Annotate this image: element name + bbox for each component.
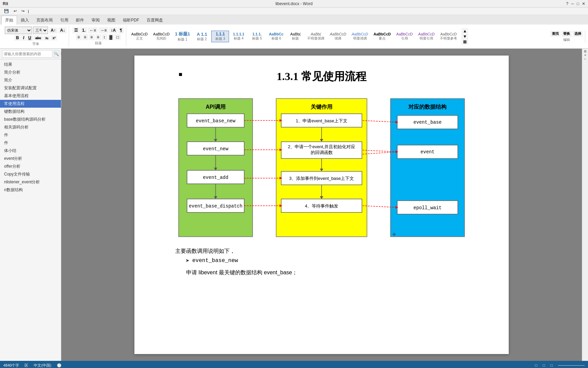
superscript-button[interactable]: x²	[51, 35, 57, 41]
replace-button[interactable]: 替换	[561, 31, 572, 37]
style-emphasis[interactable]: AaBbCcD 强调	[327, 31, 348, 42]
sidebar-item-base-analysis[interactable]: base数据结构源码分析	[0, 116, 61, 123]
justify-button[interactable]: ≡	[95, 34, 101, 40]
ribbon-tabs: 开始 插入 页面布局 引用 邮件 审阅 视图 福昕PDF 百度网盘	[0, 15, 588, 25]
paragraph-group-label: 段落	[95, 41, 102, 46]
sidebar-item-summary[interactable]: 体小结	[0, 147, 61, 155]
sidebar-header: 🔍 ×	[0, 49, 61, 59]
style-quote[interactable]: AaBbCcD 引用	[394, 31, 415, 42]
style-heading6[interactable]: AaBbCc 标题 6	[266, 31, 286, 42]
select-button[interactable]: 选择	[573, 31, 583, 37]
sort-button[interactable]: ↕A	[109, 27, 117, 33]
align-left-button[interactable]: ≡	[76, 34, 82, 40]
font-group: 仿宋体 三号 A↑ A↓ B I U abc x₂ x² 字体	[3, 26, 69, 47]
tab-review[interactable]: 审阅	[88, 16, 103, 25]
sidebar-item-copy-transfer[interactable]: Copy文件传输	[0, 170, 61, 178]
tab-baidu[interactable]: 百度网盘	[143, 16, 167, 25]
sidebar-search-input[interactable]	[2, 50, 52, 58]
font-size-select[interactable]: 三号	[33, 27, 48, 34]
strikethrough-button[interactable]: abc	[34, 35, 43, 41]
sidebar-item-item2[interactable]: 件	[0, 139, 61, 147]
minimize-button[interactable]: ─	[571, 1, 574, 6]
shading-button[interactable]: ▓	[108, 34, 114, 40]
sidebar-search-button[interactable]: 🔍	[54, 50, 59, 58]
sidebar-item-key-data[interactable]: 键数据结构	[0, 108, 61, 116]
redo-button[interactable]: ↪	[20, 9, 26, 14]
italic-button[interactable]: I	[21, 35, 26, 41]
sidebar-item-common-flow[interactable]: 常使用流程	[0, 100, 61, 108]
app-title-left: Rit	[3, 1, 8, 6]
styles-section: AaBbCcD 正文 AaBbCcD 无间距 1 标题1 标题 1 A 1.1 …	[128, 28, 547, 45]
sidebar-item-event-analysis[interactable]: event分析	[0, 155, 61, 163]
styles-scroll-down[interactable]: ▼	[461, 34, 468, 39]
view-normal-button[interactable]: □	[535, 363, 537, 367]
help-button[interactable]: ?	[566, 1, 569, 6]
svg-text:的回调函数: 的回调函数	[311, 150, 333, 155]
style-no-spacing[interactable]: AaBbCcD 无间距	[151, 31, 172, 42]
subscript-button[interactable]: x₂	[44, 35, 50, 41]
tab-pdf[interactable]: 福昕PDF	[119, 16, 143, 25]
shrink-font-button[interactable]: A↓	[59, 27, 67, 33]
style-heading2[interactable]: A 1.1 标题 2	[193, 31, 211, 43]
tab-view[interactable]: 视图	[103, 16, 119, 25]
style-subtle-emphasis[interactable]: AaBb( 不明显强调	[305, 31, 327, 42]
decrease-indent-button[interactable]: ←≡	[88, 27, 98, 33]
style-normal[interactable]: AaBbCcD 正文	[129, 31, 150, 42]
style-title[interactable]: AaBb( 标题	[287, 31, 304, 42]
tab-page-layout[interactable]: 页面布局	[33, 16, 56, 25]
right-panel-btn3[interactable]: ○	[584, 57, 587, 61]
view-web-button[interactable]: □	[543, 363, 545, 367]
style-heading1[interactable]: 1 标题1 标题 1	[173, 30, 192, 43]
sidebar-item-install[interactable]: 安装配置调试配置	[0, 84, 61, 92]
right-panel-btn2[interactable]: ≡	[584, 54, 587, 56]
bullets-button[interactable]: ☰	[72, 27, 80, 33]
svg-text:event_base: event_base	[413, 120, 442, 125]
align-center-button[interactable]: ≡	[82, 34, 88, 40]
save-button[interactable]: 💾	[3, 9, 10, 14]
para-main-text: 主要函数调用说明如下，	[175, 248, 468, 255]
style-strong[interactable]: AaBbCcD 要点	[371, 31, 393, 42]
increase-indent-button[interactable]: →≡	[98, 27, 108, 33]
sidebar-item-ndata[interactable]: n数据结构	[0, 186, 61, 194]
quick-access-toolbar: 💾 ↩ ↪ |	[0, 7, 588, 15]
sidebar-item-nlistener[interactable]: nlistener_event分析	[0, 178, 61, 186]
sidebar-item-results[interactable]: 结果	[0, 61, 61, 68]
style-intense-emphasis[interactable]: AaBbCcD 明显强调	[349, 31, 371, 42]
font-name-select[interactable]: 仿宋体	[5, 27, 32, 34]
close-button[interactable]: ✕	[582, 1, 585, 6]
numbering-button[interactable]: 1.	[80, 27, 87, 33]
tab-mail[interactable]: 邮件	[72, 16, 88, 25]
tab-home[interactable]: 开始	[1, 16, 17, 25]
sidebar-item-offer-analysis[interactable]: offer分析	[0, 163, 61, 170]
style-subtle-reference[interactable]: AaBbCcD 不明显参考	[438, 31, 459, 42]
styles-scroll-up[interactable]: ▲	[461, 28, 468, 34]
svg-text:4、等待事件触发: 4、等待事件触发	[305, 203, 338, 209]
undo-button[interactable]: ↩	[12, 9, 18, 14]
sidebar-item-basic-flow[interactable]: 基本使用流程	[0, 92, 61, 100]
document-heading: 1.3.1 常见使用流程	[175, 69, 468, 84]
right-panel-btn1[interactable]: ⊞	[584, 50, 587, 53]
sidebar-item-intro-analysis[interactable]: 简介分析	[0, 68, 61, 76]
align-right-button[interactable]: ≡	[89, 34, 95, 40]
line-spacing-button[interactable]: ↕	[102, 34, 107, 40]
borders-button[interactable]: □	[115, 34, 120, 40]
tab-references[interactable]: 引用	[56, 16, 72, 25]
grow-font-button[interactable]: A↑	[49, 27, 58, 33]
style-heading5[interactable]: 1.1.1. 标题 5	[248, 31, 266, 42]
document-page: ■ 1.3.1 常见使用流程 API调用 关键作用 对应的数据结构	[134, 56, 509, 354]
sidebar-item-item1[interactable]: 件	[0, 131, 61, 139]
sidebar-item-related-analysis[interactable]: 相关源码分析	[0, 123, 61, 131]
quick-access-separator: |	[28, 9, 29, 13]
style-heading4[interactable]: 1.1.1.1 标题 4	[230, 31, 247, 42]
style-heading3[interactable]: 1.1.1 标题 3	[211, 31, 229, 42]
tab-insert[interactable]: 插入	[17, 16, 33, 25]
paragraph-mark-button[interactable]: ¶	[118, 27, 124, 33]
underline-button[interactable]: U	[27, 35, 33, 41]
find-button[interactable]: 查找	[550, 31, 560, 37]
style-intense-quote[interactable]: AaBbCcD 明显引用	[416, 31, 437, 42]
bold-button[interactable]: B	[14, 35, 21, 41]
styles-expand[interactable]: ⊞	[461, 39, 468, 45]
sidebar-item-intro[interactable]: 简介	[0, 76, 61, 84]
restore-button[interactable]: □	[577, 1, 579, 6]
view-read-button[interactable]: □	[550, 363, 553, 367]
